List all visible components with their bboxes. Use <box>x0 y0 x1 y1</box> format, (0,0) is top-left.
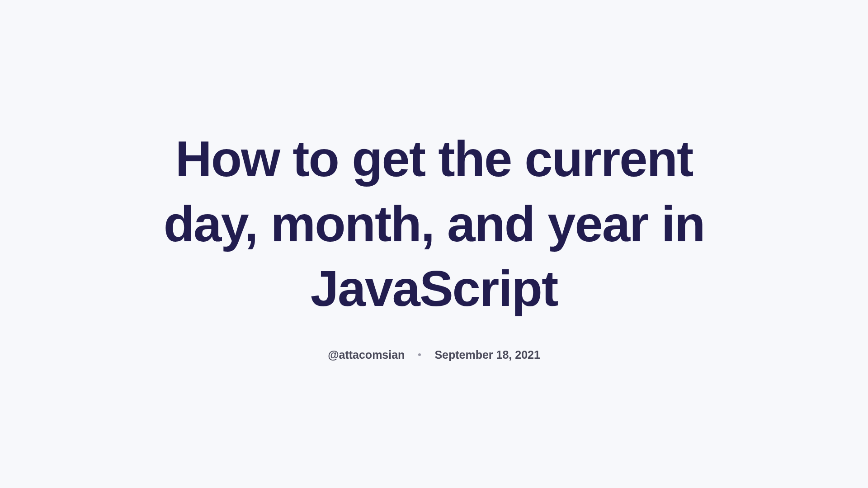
meta-separator <box>418 353 421 356</box>
author-handle: @attacomsian <box>328 348 405 361</box>
article-meta: @attacomsian September 18, 2021 <box>140 348 728 361</box>
article-header: How to get the current day, month, and y… <box>140 127 728 361</box>
article-title: How to get the current day, month, and y… <box>140 127 728 321</box>
publish-date: September 18, 2021 <box>434 348 540 361</box>
